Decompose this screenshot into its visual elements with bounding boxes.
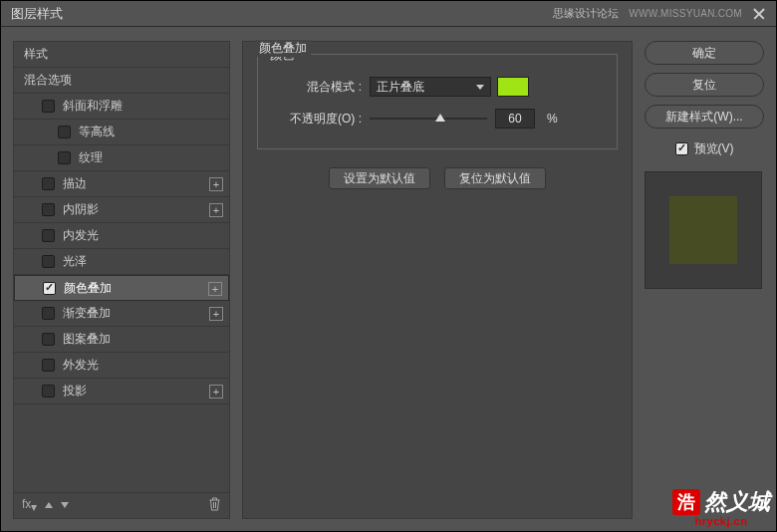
window-title: 图层样式: [11, 5, 63, 23]
checkbox-stroke[interactable]: [42, 177, 55, 190]
style-inner-shadow[interactable]: 内阴影 +: [14, 197, 229, 223]
style-label: 等高线: [79, 124, 115, 140]
style-color-overlay[interactable]: 颜色叠加 +: [14, 275, 229, 301]
style-label: 纹理: [79, 149, 103, 166]
style-label: 渐变叠加: [63, 305, 111, 322]
plus-icon[interactable]: +: [208, 282, 222, 296]
style-label: 内阴影: [63, 201, 99, 218]
style-inner-glow[interactable]: 内发光: [14, 223, 229, 249]
checkbox-gradient-overlay[interactable]: [42, 307, 55, 320]
chevron-down-icon: [476, 85, 484, 90]
checkbox-color-overlay[interactable]: [43, 282, 56, 295]
color-fieldset: 颜色 混合模式 : 正片叠底 不透明度(O) :: [257, 54, 618, 149]
action-panel: 确定 复位 新建样式(W)... 预览(V): [645, 41, 764, 519]
opacity-slider[interactable]: [370, 112, 487, 126]
opacity-unit: %: [547, 112, 558, 126]
style-drop-shadow[interactable]: 投影 +: [14, 379, 229, 404]
style-label: 光泽: [63, 253, 87, 270]
plus-icon[interactable]: +: [209, 307, 223, 321]
checkbox-drop-shadow[interactable]: [42, 385, 55, 398]
plus-icon[interactable]: +: [209, 203, 223, 217]
style-label: 投影: [63, 383, 87, 399]
opacity-label: 不透明度(O) :: [272, 111, 362, 128]
styles-footer: fx▾: [14, 492, 229, 518]
preview-swatch: [669, 196, 737, 264]
style-bevel-emboss[interactable]: 斜面和浮雕: [14, 94, 229, 120]
checkbox-pattern-overlay[interactable]: [42, 333, 55, 346]
style-label: 图案叠加: [63, 331, 111, 348]
close-icon[interactable]: [752, 7, 766, 21]
checkbox-satin[interactable]: [42, 255, 55, 268]
styles-header[interactable]: 样式: [14, 42, 229, 68]
checkbox-outer-glow[interactable]: [42, 359, 55, 372]
move-down-icon[interactable]: [61, 502, 69, 508]
checkbox-contour[interactable]: [58, 126, 71, 138]
set-default-button[interactable]: 设置为默认值: [329, 167, 430, 189]
forum-url: WWW.MISSYUAN.COM: [629, 8, 742, 19]
fx-menu[interactable]: fx▾: [22, 497, 37, 514]
style-label: 斜面和浮雕: [63, 98, 123, 115]
forum-label: 思缘设计论坛: [553, 6, 619, 21]
reset-button[interactable]: 复位: [645, 73, 764, 97]
checkbox-texture[interactable]: [58, 151, 71, 164]
preview-label: 预览(V): [694, 140, 734, 157]
checkbox-bevel[interactable]: [42, 100, 55, 113]
style-gradient-overlay[interactable]: 渐变叠加 +: [14, 301, 229, 327]
styles-panel: 样式 混合选项 斜面和浮雕 等高线 纹理 描边 +: [13, 41, 230, 519]
color-swatch[interactable]: [497, 77, 529, 97]
panel-title: 颜色叠加: [255, 40, 311, 57]
preview-checkbox[interactable]: [675, 142, 688, 155]
plus-icon[interactable]: +: [209, 177, 223, 191]
style-satin[interactable]: 光泽: [14, 249, 229, 275]
watermark-text: 然义城: [704, 487, 770, 517]
style-label: 描边: [63, 175, 87, 192]
style-label: 内发光: [63, 227, 99, 244]
style-pattern-overlay[interactable]: 图案叠加: [14, 327, 229, 353]
blend-mode-select[interactable]: 正片叠底: [370, 77, 491, 97]
new-style-button[interactable]: 新建样式(W)...: [645, 105, 764, 129]
blend-mode-value: 正片叠底: [377, 79, 424, 96]
trash-icon[interactable]: [208, 497, 221, 514]
style-contour[interactable]: 等高线: [14, 120, 229, 145]
preview-box: [645, 171, 762, 289]
watermark: 浩 然义城 hryckj.cn: [672, 487, 770, 527]
plus-icon[interactable]: +: [209, 385, 223, 399]
checkbox-inner-glow[interactable]: [42, 229, 55, 242]
style-outer-glow[interactable]: 外发光: [14, 353, 229, 379]
settings-panel: 颜色叠加 颜色 混合模式 : 正片叠底 不透明度(O) :: [242, 41, 633, 519]
ok-button[interactable]: 确定: [645, 41, 764, 65]
style-label: 颜色叠加: [64, 280, 112, 297]
slider-thumb-icon[interactable]: [435, 114, 445, 122]
watermark-logo-icon: 浩: [672, 489, 700, 515]
style-texture[interactable]: 纹理: [14, 145, 229, 171]
style-label: 外发光: [63, 357, 99, 374]
checkbox-inner-shadow[interactable]: [42, 203, 55, 216]
watermark-url: hryckj.cn: [695, 515, 748, 527]
move-up-icon[interactable]: [45, 502, 53, 508]
blend-mode-label: 混合模式 :: [272, 79, 362, 96]
titlebar: 图层样式 思缘设计论坛 WWW.MISSYUAN.COM: [1, 1, 776, 27]
blend-options-header[interactable]: 混合选项: [14, 68, 229, 94]
opacity-input[interactable]: [495, 109, 535, 129]
style-stroke[interactable]: 描边 +: [14, 171, 229, 197]
reset-default-button[interactable]: 复位为默认值: [444, 167, 546, 189]
